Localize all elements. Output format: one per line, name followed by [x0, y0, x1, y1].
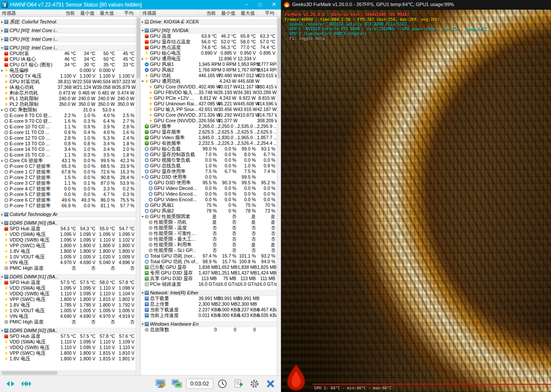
sensor-row[interactable]: Core C6 驻留率43.1 %0.0 %99.5 %42.3 %	[0, 158, 136, 163]
sensor-row[interactable]: VPP (SWC) 电压1.800 V1.800 V1.815 V1.810 V	[0, 350, 136, 356]
expand-arrow-icon[interactable]	[142, 58, 143, 60]
sensor-row[interactable]: GPU Core (NVVDD...371.326 W31.292 W410.8…	[140, 112, 277, 118]
sensor-row[interactable]: E-core 11 T0 C0 ...0.9 %0.4 %4.0 %1.6 %	[0, 130, 136, 135]
sensor-row[interactable]: P-core 5 C7 驻留率0.0 %0.0 %4.7 %0.3 %	[0, 192, 136, 197]
exit-button[interactable]	[264, 378, 277, 390]
sensor-row[interactable]: GPU Core (NVVDD...402.496 W40.017 W411.1…	[140, 84, 277, 90]
sensor-row[interactable]: CPU 封装功耗38.811 W22.559 W40.504 W37.323 W	[0, 79, 136, 85]
sensor-row[interactable]: 总上传量2,300 MB2,300 MB2,300 MB	[140, 301, 277, 307]
sensor-row[interactable]: GPU FBVDD 输入 ...33.748 W26.193 W34.381 W…	[140, 90, 277, 95]
sensor-row[interactable]: 当前上传速度0.011 KB/s0.000 KB/s0.423 KB/s0.03…	[140, 313, 277, 318]
sensor-row[interactable]: GPU 频率2,265.0 ...2,250.0 ...2,535.0 ...2…	[140, 124, 277, 129]
expand-arrow-icon[interactable]	[1, 160, 3, 162]
sensor-row[interactable]: GPU 有效频率2,232.5 ...2,226.3 ...2,526.4 ..…	[140, 140, 277, 146]
sensor-row[interactable]: GPU 风扇175 %0 %75 %70 %	[140, 203, 277, 208]
sensor-row[interactable]: E-core 13 T0 C0 ...0.8 %0.8 %3.4 %1.8 %	[0, 141, 136, 147]
column-header[interactable]: 最大值	[97, 10, 116, 16]
column-header[interactable]: 传感器	[0, 10, 58, 16]
sensor-row[interactable]: GPU 通用功耗4.243 W445.608 W	[140, 78, 277, 84]
scrollbar-thumb[interactable]	[277, 18, 281, 78]
sensor-row[interactable]: GPU 总线负载1.0 %0.0 %1.0 %0.9 %	[140, 163, 277, 169]
sensor-row[interactable]: 共享 GPU D3D 显存113 MB75 MB113 MB111 MB	[140, 276, 277, 281]
maximize-button[interactable]: □	[253, 0, 267, 10]
group-row[interactable]: Drive: KIOXIA-E XCERI...	[140, 19, 277, 25]
group-row[interactable]: Colorful Technology An...	[0, 212, 136, 217]
sensor-row[interactable]: CPU封装46 °C34 °C50 °C45 °C	[0, 51, 136, 56]
sensor-row[interactable]: 1.0V VOUT 电压1.005 V1.005 V1.020 V1.009 V	[0, 254, 136, 260]
sensor-row[interactable]: E-core 10 T0 C0 ...1.1 %0.9 %3.9 %2.8 %	[0, 124, 136, 130]
collapse-arrow-icon[interactable]	[1, 47, 3, 49]
nav-arrows-button-2[interactable]	[19, 378, 33, 390]
sensor-row[interactable]: VDD (SWA) 电压1.095 V1.095 V1.110 V1.098 V	[0, 285, 136, 291]
group-row[interactable]: CPU [#0]: Intel Core i...	[0, 28, 136, 33]
collapse-arrow-icon[interactable]	[141, 81, 144, 82]
sensor-row[interactable]: 性能受限 - 最大工...否否否否	[140, 236, 277, 242]
sensor-row[interactable]: GPU Video Encod...0.0 %0.0 %0.0 %0.0 %	[140, 197, 277, 203]
nav-arrows-button-1[interactable]	[3, 378, 17, 390]
sensor-row[interactable]: VDDQ (SWB) 电压1.110 V1.095 V1.110 V1.104 …	[0, 291, 136, 297]
sensor-row[interactable]: PMIC High 温度否否否否	[0, 265, 136, 271]
sensor-row[interactable]: VDDQ (SWB) 电压1.110 V1.095 V1.110 V1.110 …	[0, 345, 136, 350]
column-header[interactable]: 当前	[58, 10, 77, 16]
sensor-row[interactable]: 1.0V VOUT 电压1.005 V1.005 V1.005 V1.005 V	[0, 308, 136, 314]
sensor-row[interactable]: VDD (SWA) 电压1.095 V1.095 V1.095 V1.095 V	[0, 232, 136, 237]
sensor-row[interactable]: P-core 3 C7 驻留率1.1 %0.1 %87.0 %53.9 %	[0, 180, 136, 186]
sensor-row[interactable]: GPU Video Decod...0.0 %0.0 %0.0 %0.0 %	[140, 186, 277, 191]
column-header[interactable]: 最小值	[218, 10, 238, 16]
group-row[interactable]: GPU [#0]: NVIDIA:	[140, 28, 277, 33]
sensor-row[interactable]: SPD Hub 温度57.5 °C57.5 °C57.8 °C57.6 °C	[0, 333, 136, 339]
sensor-row[interactable]: PMIC High 温度否否否否	[0, 319, 136, 325]
sensor-row[interactable]: PL2 功耗限制350.0 W350.0 W350.0 W350.0 W	[0, 101, 136, 107]
collapse-arrow-icon[interactable]	[141, 292, 144, 294]
column-header[interactable]: 最大值	[238, 10, 257, 16]
sensor-row[interactable]: CPU GT 核心 (图形)34 °C30 °C35 °C33 °C	[0, 62, 136, 68]
group-row[interactable]: Windows Hardware Err...	[140, 321, 277, 327]
sensor-row[interactable]: P-core 2 C7 驻留率1.5 %0.0 %90.8 %28.4 %	[0, 175, 136, 180]
close-button[interactable]: ✕	[267, 0, 281, 10]
horizontal-scrollbar[interactable]	[0, 370, 136, 375]
column-header[interactable]: 平均	[116, 10, 136, 16]
sensor-row[interactable]: 总故障数000	[140, 327, 277, 333]
sensor-row[interactable]: 性能受限 - 功耗是否是是	[140, 219, 277, 225]
furmark-titlebar[interactable]: Geeks3D FurMark v1.26.0.0 - 267FPS, GPU1…	[281, 0, 551, 10]
sensor-row[interactable]: 已分配 GPU 显存1,838 MB1,652 MB1,838 MB1,825 …	[140, 265, 277, 270]
sensor-row[interactable]: GPU 通用电压11.896 V12.334 V	[140, 56, 277, 62]
sensor-row[interactable]: GPU 风扇11,945 RPM0 RPM1,953 RPM1,777 RPM	[140, 62, 277, 67]
sensor-row[interactable]: 专用 GPU D3D 显存1,437 MB1,251 MB1,437 MB1,4…	[140, 270, 277, 276]
sensor-row[interactable]: GPU 风扇21,766 RPM0 RPM1,767 RPM1,614 RPM	[140, 67, 277, 73]
sensor-row[interactable]: 性能受限 - 可靠性...否否否否	[140, 231, 277, 236]
vertical-scrollbar[interactable]	[277, 17, 281, 375]
collapse-arrow-icon[interactable]	[1, 276, 3, 278]
sensor-row[interactable]: GPU 温度63.9 °C46.2 °C65.8 °C63.3 °C	[140, 33, 277, 39]
sensor-row[interactable]: E-core 8 T0 C0 驻...2.2 %1.0 %4.0 %2.5 %	[0, 113, 136, 118]
sensor-row[interactable]: GPU D3D 使用率0.0 %99.5 %	[140, 174, 277, 180]
sensor-row[interactable]: SPD Hub 温度54.3 °C54.3 °C55.0 °C54.7 °C	[0, 226, 136, 232]
group-row[interactable]: CPU [#0]: Intel Core i...	[0, 45, 136, 51]
sensor-row[interactable]: VIN 电压4.970 V4.690 V5.040 V4.896 V	[0, 260, 136, 265]
sensor-row[interactable]: E-core 14 T0 C0 ...3.4 %1.0 %3.4 %2.0 %	[0, 147, 136, 152]
sensor-row[interactable]: IA 核心功耗37.368 W21.124 W39.058 W35.879 W	[0, 85, 136, 90]
sensor-row[interactable]: GPU 功耗446.165 W70.480 W447.012 W423.615 …	[140, 73, 277, 78]
collapse-arrow-icon[interactable]	[141, 30, 144, 32]
expand-arrow-icon[interactable]	[1, 29, 3, 32]
sensor-row[interactable]: GPU PCIe +12V ...8.812 W4.243 W9.922 W8.…	[140, 95, 277, 101]
expand-arrow-icon[interactable]	[142, 21, 143, 23]
scrollbar-thumb[interactable]	[1, 371, 58, 375]
expand-arrow-icon[interactable]	[1, 69, 3, 72]
sensor-row[interactable]: 性能受限 - SLI GP...否否否否	[140, 248, 277, 253]
sensor-row[interactable]: 性能受限 - 温度否否否否	[140, 225, 277, 231]
group-row[interactable]: Network: Intel(R) Ether...	[140, 290, 277, 296]
column-header[interactable]: 最小值	[77, 10, 97, 16]
group-row[interactable]: DDR5 DIMM [#1] (BA...	[0, 274, 136, 280]
vertical-scrollbar[interactable]	[136, 17, 140, 375]
multi-monitor-button[interactable]	[170, 378, 184, 390]
sensor-row[interactable]: E-core 12 T0 C0 ...2.8 %1.0 %5.3 %2.4 %	[0, 135, 136, 141]
group-row[interactable]: CPU [#0]: Intel Core i...	[0, 36, 136, 42]
sensor-row[interactable]: 剩余芯片功耗0.473 W0.465 W0.481 W0.474 W	[0, 90, 136, 96]
sensor-row[interactable]: 当前下载速度2.237 KB/s0.000 KB/s2.237 KB/s0.45…	[140, 307, 277, 313]
sensor-row[interactable]: 性能受限 - 利用率否否是是	[140, 242, 277, 248]
column-header[interactable]: 当前	[199, 10, 218, 16]
sensor-row[interactable]: GPU Unknown Rai...437.085 W66.221 W445.6…	[140, 101, 277, 107]
sensor-row[interactable]: 1.8V 电压1.800 V1.800 V1.815 V1.801 V	[0, 356, 136, 362]
group-row[interactable]: DDR5 DIMM [#0] (BA...	[0, 220, 136, 226]
